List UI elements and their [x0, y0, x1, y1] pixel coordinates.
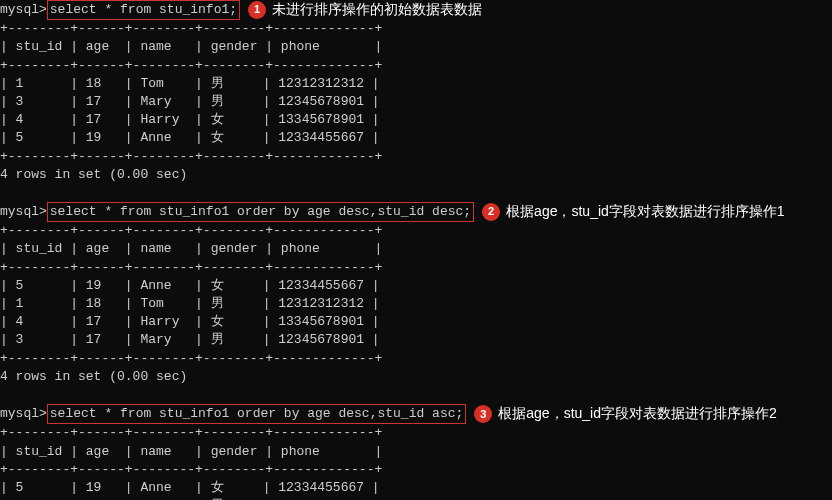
query-line: mysql> select * from stu_info1 order by …: [0, 404, 832, 424]
table-divider: +--------+------+--------+--------+-----…: [0, 259, 832, 277]
table-row: | 5 | 19 | Anne | 女 | 12334455667 |: [0, 129, 832, 147]
annotation-badge: 2: [482, 203, 500, 221]
table-header-row: | stu_id | age | name | gender | phone |: [0, 240, 832, 258]
annotation-badge: 1: [248, 1, 266, 19]
table-divider: +--------+------+--------+--------+-----…: [0, 461, 832, 479]
annotation-text: 根据age，stu_id字段对表数据进行排序操作2: [498, 404, 777, 424]
table-header-row: | stu_id | age | name | gender | phone |: [0, 38, 832, 56]
table-row: | 5 | 19 | Anne | 女 | 12334455667 |: [0, 479, 832, 497]
query-line: mysql> select * from stu_info1;1未进行排序操作的…: [0, 0, 832, 20]
mysql-prompt: mysql>: [0, 405, 47, 423]
sql-query-box: select * from stu_info1;: [47, 0, 240, 20]
annotation-text: 根据age，stu_id字段对表数据进行排序操作1: [506, 202, 785, 222]
result-footer: 4 rows in set (0.00 sec): [0, 368, 832, 386]
mysql-prompt: mysql>: [0, 1, 47, 19]
table-divider: +--------+------+--------+--------+-----…: [0, 20, 832, 38]
table-divider: +--------+------+--------+--------+-----…: [0, 222, 832, 240]
table-divider: +--------+------+--------+--------+-----…: [0, 148, 832, 166]
table-divider: +--------+------+--------+--------+-----…: [0, 57, 832, 75]
table-row: | 3 | 17 | Mary | 男 | 12345678901 |: [0, 331, 832, 349]
sql-query-box: select * from stu_info1 order by age des…: [47, 202, 474, 222]
blank-line: [0, 184, 832, 202]
annotation-text: 未进行排序操作的初始数据表数据: [272, 0, 482, 20]
table-row: | 1 | 18 | Tom | 男 | 12312312312 |: [0, 295, 832, 313]
query-line: mysql> select * from stu_info1 order by …: [0, 202, 832, 222]
table-divider: +--------+------+--------+--------+-----…: [0, 424, 832, 442]
terminal-output: mysql> select * from stu_info1;1未进行排序操作的…: [0, 0, 832, 500]
table-row: | 3 | 17 | Mary | 男 | 12345678901 |: [0, 93, 832, 111]
table-divider: +--------+------+--------+--------+-----…: [0, 350, 832, 368]
blank-line: [0, 386, 832, 404]
table-row: | 4 | 17 | Harry | 女 | 13345678901 |: [0, 313, 832, 331]
mysql-prompt: mysql>: [0, 203, 47, 221]
table-row: | 4 | 17 | Harry | 女 | 13345678901 |: [0, 111, 832, 129]
sql-query-box: select * from stu_info1 order by age des…: [47, 404, 466, 424]
annotation-badge: 3: [474, 405, 492, 423]
table-row: | 1 | 18 | Tom | 男 | 12312312312 |: [0, 75, 832, 93]
table-row: | 5 | 19 | Anne | 女 | 12334455667 |: [0, 277, 832, 295]
result-footer: 4 rows in set (0.00 sec): [0, 166, 832, 184]
table-header-row: | stu_id | age | name | gender | phone |: [0, 443, 832, 461]
